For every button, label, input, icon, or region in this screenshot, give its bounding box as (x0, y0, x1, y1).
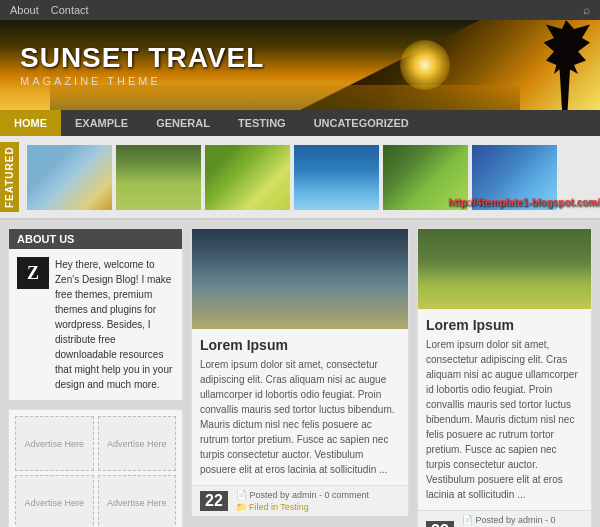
search-icon[interactable]: ⌕ (583, 3, 590, 17)
article-1-tag: 📁Filed in Testing (236, 502, 369, 512)
side-article-1-body: Lorem Ipsum Lorem ipsum dolor sit amet, … (418, 309, 591, 510)
site-header: SUNSET TRAVEL MAGAZINE THEME (0, 20, 600, 110)
sidebar-left: ABOUT US Z Hey there, welcome to Zen's D… (8, 228, 183, 527)
site-subtitle: MAGAZINE THEME (20, 75, 264, 87)
nav-general[interactable]: GENERAL (142, 110, 224, 136)
header-text: SUNSET TRAVEL MAGAZINE THEME (20, 43, 264, 88)
article-1-posted: 📄 Posted by admin - 0 comment (236, 490, 369, 500)
site-title: SUNSET TRAVEL (20, 43, 264, 74)
advertise-box-4[interactable]: Advertise Here (98, 475, 177, 527)
advertise-widget: Advertise Here Advertise Here Advertise … (8, 409, 183, 527)
featured-img-2[interactable] (116, 145, 201, 210)
nav-uncategorized[interactable]: UNCATEGORIZED (300, 110, 423, 136)
nav-example[interactable]: EXAMPLE (61, 110, 142, 136)
article-1-body: Lorem Ipsum Lorem ipsum dolor sit amet, … (192, 329, 408, 485)
article-1-text: Lorem ipsum dolor sit amet, consectetur … (200, 357, 400, 477)
advertise-box-2[interactable]: Advertise Here (98, 416, 177, 471)
featured-img-1[interactable] (27, 145, 112, 210)
side-article-1-meta: 📄 Posted by admin - 0 comment 📁Filed In … (462, 515, 583, 527)
featured-images-container: http://4template1-blogspot.com/ (19, 145, 600, 210)
article-1-date: 22 (200, 491, 228, 511)
article-1-footer: 22 📄 Posted by admin - 0 comment 📁Filed … (192, 485, 408, 516)
nav-testing[interactable]: TESTING (224, 110, 300, 136)
featured-img-3[interactable] (205, 145, 290, 210)
side-article-1-text: Lorem ipsum dolor sit amet, consectetur … (426, 337, 583, 502)
side-article-1-image (418, 229, 591, 309)
article-1-meta: 📄 Posted by admin - 0 comment 📁Filed in … (236, 490, 369, 512)
advertise-grid: Advertise Here Advertise Here Advertise … (9, 410, 182, 527)
side-article-1-title[interactable]: Lorem Ipsum (426, 317, 583, 333)
main-nav: HOME EXAMPLE GENERAL TESTING UNCATEGORIZ… (0, 110, 600, 136)
featured-strip: FEATURED http://4template1-blogspot.com/ (0, 136, 600, 220)
advertise-box-1[interactable]: Advertise Here (15, 416, 94, 471)
nav-home[interactable]: HOME (0, 110, 61, 136)
about-title: ABOUT US (9, 229, 182, 249)
about-content: Z Hey there, welcome to Zen's Design Blo… (9, 249, 182, 400)
sidebar-right: Lorem Ipsum Lorem ipsum dolor sit amet, … (417, 228, 592, 527)
side-article-1-footer: 22 📄 Posted by admin - 0 comment 📁Filed … (418, 510, 591, 527)
side-article-1: Lorem Ipsum Lorem ipsum dolor sit amet, … (417, 228, 592, 527)
about-z-letter: Z (17, 257, 49, 289)
featured-label: FEATURED (0, 142, 19, 212)
top-bar: About Contact ⌕ (0, 0, 600, 20)
article-1-title[interactable]: Lorem Ipsum (200, 337, 400, 353)
side-article-1-date: 22 (426, 521, 454, 527)
contact-link[interactable]: Contact (51, 4, 89, 16)
center-content: Lorem Ipsum Lorem ipsum dolor sit amet, … (191, 228, 409, 527)
featured-img-4[interactable] (294, 145, 379, 210)
side-article-1-posted: 📄 Posted by admin - 0 comment (462, 515, 583, 527)
watermark: http://4template1-blogspot.com/ (448, 197, 600, 208)
main-wrapper: ABOUT US Z Hey there, welcome to Zen's D… (0, 220, 600, 527)
advertise-box-3[interactable]: Advertise Here (15, 475, 94, 527)
about-text: Hey there, welcome to Zen's Design Blog!… (55, 257, 174, 392)
about-widget: ABOUT US Z Hey there, welcome to Zen's D… (8, 228, 183, 401)
article-1-image (192, 229, 408, 329)
article-1: Lorem Ipsum Lorem ipsum dolor sit amet, … (191, 228, 409, 517)
about-link[interactable]: About (10, 4, 39, 16)
